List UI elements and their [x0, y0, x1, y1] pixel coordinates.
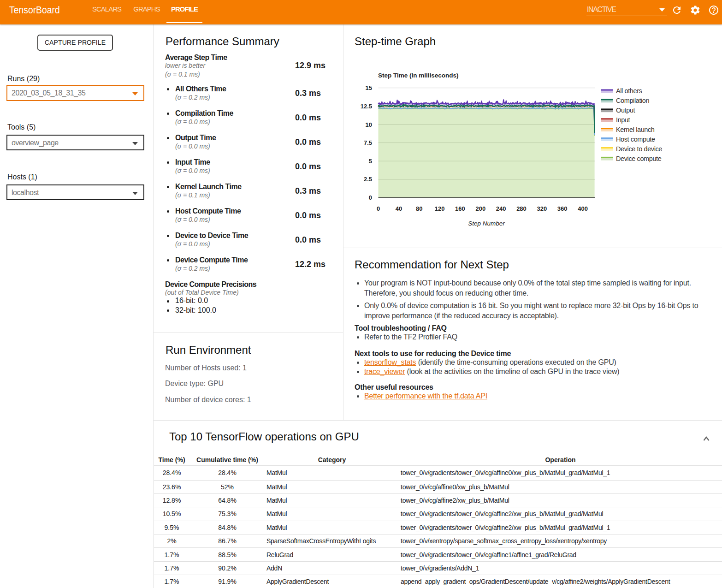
svg-text:Step Time (in milliseconds): Step Time (in milliseconds)	[378, 72, 459, 79]
svg-text:12.5: 12.5	[361, 103, 372, 110]
svg-text:320: 320	[537, 205, 547, 212]
svg-text:2.5: 2.5	[364, 176, 372, 183]
svg-text:0: 0	[377, 205, 380, 212]
svg-text:Device compute: Device compute	[616, 155, 662, 162]
svg-text:120: 120	[435, 205, 445, 212]
svg-text:80: 80	[416, 205, 422, 212]
svg-text:Output: Output	[616, 107, 635, 114]
svg-text:360: 360	[557, 205, 568, 212]
svg-text:40: 40	[396, 205, 402, 212]
svg-text:Input: Input	[616, 116, 630, 124]
svg-text:All others: All others	[616, 87, 642, 95]
svg-text:200: 200	[475, 205, 485, 212]
svg-text:Kernel launch: Kernel launch	[616, 126, 655, 133]
svg-text:0: 0	[369, 194, 372, 201]
svg-text:240: 240	[496, 205, 506, 212]
svg-text:160: 160	[455, 205, 465, 212]
svg-text:Compilation: Compilation	[616, 97, 649, 104]
svg-text:5: 5	[369, 158, 372, 165]
svg-text:400: 400	[578, 205, 588, 212]
svg-text:Step Number: Step Number	[468, 220, 505, 227]
svg-text:Device to device: Device to device	[616, 145, 662, 153]
svg-text:15: 15	[366, 84, 372, 91]
svg-text:Host compute: Host compute	[616, 136, 655, 143]
svg-text:7.5: 7.5	[364, 139, 372, 146]
svg-text:10: 10	[366, 121, 372, 128]
svg-text:280: 280	[516, 205, 527, 212]
